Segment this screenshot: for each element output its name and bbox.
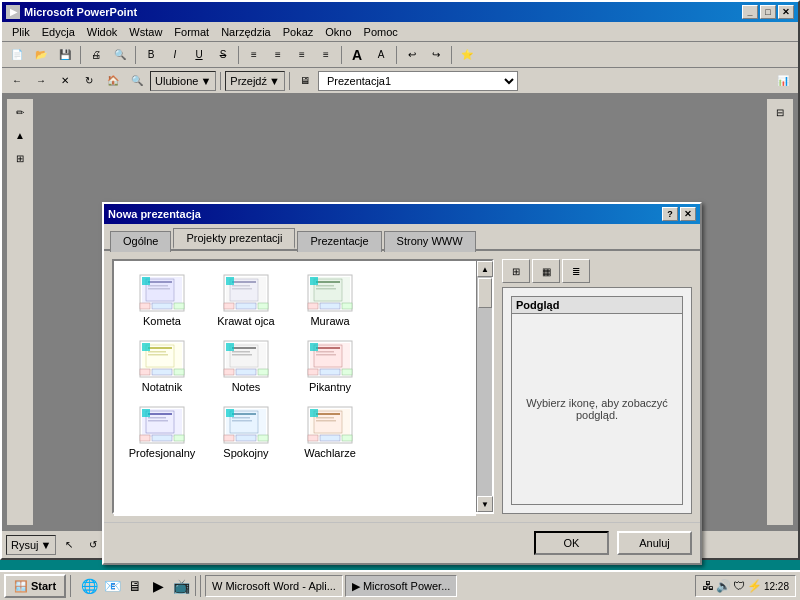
ok-button[interactable]: OK (534, 531, 609, 555)
svg-rect-89 (310, 409, 318, 417)
right-btn1[interactable]: ⊟ (769, 101, 791, 123)
menu-edycja[interactable]: Edycja (36, 24, 81, 40)
refresh-button[interactable]: ↻ (78, 71, 100, 91)
ql-channel-icon[interactable]: 📺 (171, 576, 191, 596)
menu-pomoc[interactable]: Pomoc (358, 24, 404, 40)
scroll-down-button[interactable]: ▼ (477, 496, 493, 512)
template-grid-container[interactable]: Kometa (114, 261, 476, 516)
scroll-track[interactable] (477, 277, 492, 496)
left-btn2[interactable]: ▲ (9, 124, 31, 146)
menu-pokaz[interactable]: Pokaz (277, 24, 320, 40)
svg-rect-5 (148, 288, 170, 290)
draw-button[interactable]: Rysuj ▼ (6, 535, 56, 555)
search-web-button[interactable]: 🔍 (126, 71, 148, 91)
template-pikantny[interactable]: Pikantny (290, 335, 370, 397)
back-button[interactable]: ← (6, 71, 28, 91)
template-label-notes: Notes (232, 381, 261, 393)
strikethrough-button[interactable]: S (212, 45, 234, 65)
taskbar-ppt[interactable]: ▶ Microsoft Power... (345, 575, 457, 597)
scroll-up-button[interactable]: ▲ (477, 261, 493, 277)
tab-strony[interactable]: Strony WWW (384, 231, 476, 252)
home-button[interactable]: 🏠 (102, 71, 124, 91)
underline-button[interactable]: U (188, 45, 210, 65)
menu-plik[interactable]: Plik (6, 24, 36, 40)
save-button[interactable]: 💾 (54, 45, 76, 65)
draw-arrow-button[interactable]: ↖ (58, 535, 80, 555)
goto-button[interactable]: Przejdź ▼ (225, 71, 285, 91)
preview-button[interactable]: 🔍 (109, 45, 131, 65)
redo-button[interactable]: ↪ (425, 45, 447, 65)
address-combo[interactable]: Prezentacja1 (318, 71, 518, 91)
tab-ogolne[interactable]: Ogólne (110, 231, 171, 252)
dialog-content: Kometa (104, 249, 700, 522)
print-button[interactable]: 🖨 (85, 45, 107, 65)
align-right-button[interactable]: ≡ (291, 45, 313, 65)
preview-box: Podgląd Wybierz ikonę, aby zobaczyć podg… (502, 287, 692, 514)
stop-button[interactable]: ✕ (54, 71, 76, 91)
svg-rect-25 (316, 288, 336, 290)
favorites-label: Ulubione (155, 75, 198, 87)
sep6 (451, 46, 452, 64)
dialog-close-button[interactable]: ✕ (680, 207, 696, 221)
content-area: ✏ ▲ ⊞ ⊟ Nowa prezentacja ? ✕ Ogólne Proj… (2, 94, 798, 530)
dialog-title-bar: Nowa prezentacja ? ✕ (104, 204, 700, 224)
maximize-button[interactable]: □ (760, 5, 776, 19)
italic-button[interactable]: I (164, 45, 186, 65)
template-murawa[interactable]: Murawa (290, 269, 370, 331)
menu-narzedzia[interactable]: Narzędzia (215, 24, 277, 40)
template-icon-pikantny (306, 339, 354, 379)
left-btn1[interactable]: ✏ (9, 101, 31, 123)
svg-rect-24 (316, 285, 334, 287)
template-kometa[interactable]: Kometa (122, 269, 202, 331)
menu-widok[interactable]: Widok (81, 24, 124, 40)
right-btn1[interactable]: 📊 (772, 71, 794, 91)
align-justify-button[interactable]: ≡ (315, 45, 337, 65)
undo-button[interactable]: ↩ (401, 45, 423, 65)
close-button[interactable]: ✕ (778, 5, 794, 19)
menu-okno[interactable]: Okno (319, 24, 357, 40)
fontsize-big-button[interactable]: A (346, 45, 368, 65)
template-krawat[interactable]: Krawat ojca (206, 269, 286, 331)
view-large-icon-button[interactable]: ⊞ (502, 259, 530, 283)
svg-rect-64 (148, 417, 166, 419)
ql-media-icon[interactable]: ▶ (148, 576, 168, 596)
view-list-button[interactable]: ≣ (562, 259, 590, 283)
scroll-thumb[interactable] (478, 278, 492, 308)
bold-button[interactable]: B (140, 45, 162, 65)
view-small-icon-button[interactable]: ▦ (532, 259, 560, 283)
favorites-button[interactable]: Ulubione ▼ (150, 71, 216, 91)
minimize-button[interactable]: _ (742, 5, 758, 19)
align-left-button[interactable]: ≡ (243, 45, 265, 65)
forward-button[interactable]: → (30, 71, 52, 91)
template-notes[interactable]: Notes (206, 335, 286, 397)
tab-projekty[interactable]: Projekty prezentacji (173, 228, 295, 249)
star-button[interactable]: ⭐ (456, 45, 478, 65)
svg-rect-53 (316, 347, 340, 349)
ql-ie-icon[interactable]: 🌐 (79, 576, 99, 596)
template-grid: Kometa (122, 269, 468, 463)
taskbar-sep2 (200, 575, 201, 597)
template-notatnik[interactable]: Notatnik (122, 335, 202, 397)
align-center-button[interactable]: ≡ (267, 45, 289, 65)
ql-desktop-icon[interactable]: 🖥 (125, 576, 145, 596)
template-label-pikantny: Pikantny (309, 381, 351, 393)
open-button[interactable]: 📂 (30, 45, 52, 65)
taskbar-word[interactable]: W Microsoft Word - Apli... (205, 575, 343, 597)
left-btn3[interactable]: ⊞ (9, 147, 31, 169)
template-label-notatnik: Notatnik (142, 381, 182, 393)
fontsize-small-button[interactable]: A (370, 45, 392, 65)
menu-wstaw[interactable]: Wstaw (123, 24, 168, 40)
template-wachlarze[interactable]: Wachlarze (290, 401, 370, 463)
ql-mail-icon[interactable]: 📧 (102, 576, 122, 596)
template-profesjonalny[interactable]: Profesjonalny (122, 401, 202, 463)
start-button[interactable]: 🪟 Start (4, 574, 66, 598)
sep8 (289, 72, 290, 90)
template-spokojny[interactable]: Spokojny (206, 401, 286, 463)
cancel-button[interactable]: Anuluj (617, 531, 692, 555)
title-bar: ▶ Microsoft PowerPoint _ □ ✕ (2, 2, 798, 22)
new-button[interactable]: 📄 (6, 45, 28, 65)
tab-prezentacje[interactable]: Prezentacje (297, 231, 381, 252)
dialog-help-button[interactable]: ? (662, 207, 678, 221)
template-scrollbar[interactable]: ▲ ▼ (476, 261, 492, 512)
menu-format[interactable]: Format (168, 24, 215, 40)
